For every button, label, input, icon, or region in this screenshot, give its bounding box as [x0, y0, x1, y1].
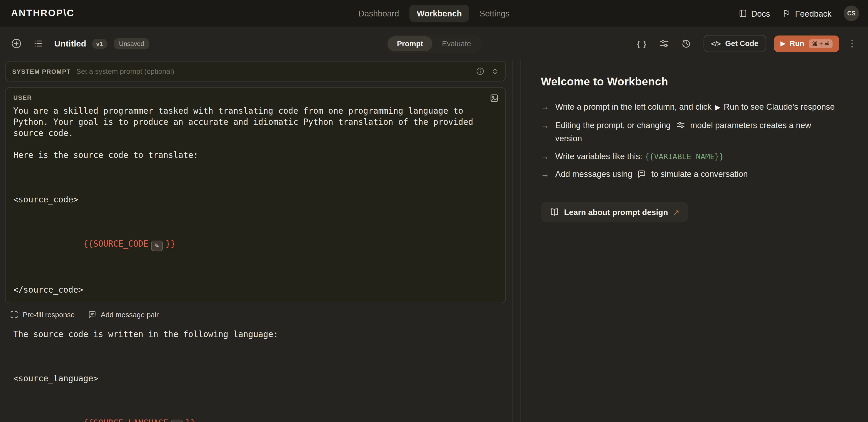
prompt-language-line: The source code is written in the follow…: [13, 329, 483, 340]
prompt-evaluate-toggle: Prompt Evaluate: [386, 34, 482, 53]
system-prompt-icons: [476, 67, 499, 75]
get-code-button[interactable]: </> Get Code: [704, 35, 766, 52]
play-icon: ▶: [715, 103, 720, 111]
arrow-icon: →: [541, 168, 555, 181]
code-icon: </>: [711, 40, 721, 48]
model-settings-button[interactable]: [655, 34, 674, 53]
welcome-item4-post: to simulate a conversation: [651, 169, 748, 178]
run-shortcut-chip: ⌘ + ⏎: [809, 39, 833, 48]
system-prompt-field[interactable]: SYSTEM PROMPT Set a system prompt (optio…: [5, 61, 506, 81]
nav-workbench[interactable]: Workbench: [409, 5, 469, 22]
source-language-open-tag: <source_language>: [13, 373, 483, 384]
workbench-toolbar: Untitled v1 Unsaved Prompt Evaluate { }: [0, 27, 868, 60]
welcome-item1-post: Run to see Claude's response: [724, 102, 835, 111]
run-button[interactable]: ▶ Run ⌘ + ⏎: [774, 35, 839, 52]
column-gutter: [513, 60, 521, 422]
welcome-item-text: Write a prompt in the left column, and c…: [555, 100, 835, 114]
welcome-item4-pre: Add messages using: [555, 169, 632, 178]
welcome-item-run: → Write a prompt in the left column, and…: [541, 100, 868, 114]
source-code-variable: {{SOURCE_CODE: [83, 239, 148, 249]
arrow-icon: →: [541, 118, 555, 145]
edit-source-language-variable-button[interactable]: ✎: [171, 420, 183, 422]
prompt-intro-paragraph: You are a skilled programmer tasked with…: [13, 105, 483, 139]
prompt-title[interactable]: Untitled: [54, 38, 86, 48]
kebab-icon: ⋮: [847, 38, 857, 49]
welcome-item-text: Write variables like this: {{VARIABLE_NA…: [555, 149, 835, 163]
nav-dashboard[interactable]: Dashboard: [351, 5, 406, 22]
history-button[interactable]: [677, 34, 696, 53]
welcome-list: → Write a prompt in the left column, and…: [541, 100, 868, 181]
list-icon: [33, 38, 44, 49]
feedback-link[interactable]: Feedback: [782, 8, 831, 18]
welcome-item-text: Add messages using to simulate a convers…: [555, 168, 835, 181]
docs-link[interactable]: Docs: [738, 8, 770, 18]
user-avatar[interactable]: CS: [843, 5, 859, 21]
add-image-icon[interactable]: [490, 94, 499, 103]
user-message-text: You are a skilled programmer tasked with…: [13, 105, 483, 422]
feedback-label: Feedback: [795, 8, 832, 18]
main-nav: Dashboard Workbench Settings: [351, 5, 517, 22]
arrow-icon: →: [541, 100, 555, 114]
play-icon: ▶: [780, 40, 785, 47]
docs-icon: [738, 9, 747, 18]
learn-prompt-design-button[interactable]: Learn about prompt design ↗: [541, 202, 688, 222]
get-code-label: Get Code: [725, 39, 758, 48]
welcome-item-versions: → Editing the prompt, or changing model …: [541, 118, 868, 145]
source-language-block: <source_language> {{SOURCE_LANGUAGE✎}} <…: [13, 351, 483, 422]
history-icon: [681, 38, 692, 49]
top-bar: ANTHROP\C Dashboard Workbench Settings D…: [0, 0, 868, 27]
source-language-variable-line: {{SOURCE_LANGUAGE✎}}: [13, 406, 483, 422]
docs-label: Docs: [751, 8, 770, 18]
edit-source-code-variable-button[interactable]: ✎: [151, 241, 163, 251]
workbench-app: ANTHROP\C Dashboard Workbench Settings D…: [0, 0, 868, 422]
prompt-column: SYSTEM PROMPT Set a system prompt (optio…: [0, 60, 513, 422]
topbar-right: Docs Feedback CS: [738, 5, 859, 21]
variables-button[interactable]: { }: [632, 34, 651, 53]
welcome-title: Welcome to Workbench: [541, 75, 868, 88]
message-pair-icon: [638, 170, 646, 178]
source-code-open-tag: <source_code>: [13, 194, 483, 205]
plus-circle-icon: [11, 38, 22, 49]
more-options-button[interactable]: ⋮: [842, 34, 862, 53]
source-code-variable-line: {{SOURCE_CODE✎}}: [13, 227, 483, 262]
variable-close-braces: }}: [185, 418, 195, 422]
new-prompt-button[interactable]: [6, 34, 26, 53]
book-icon: [550, 207, 559, 217]
welcome-item-text: Editing the prompt, or changing model pa…: [555, 118, 835, 145]
welcome-item-messages: → Add messages using to simulate a conve…: [541, 168, 868, 181]
arrow-icon: →: [541, 149, 555, 163]
version-badge[interactable]: v1: [92, 38, 107, 48]
learn-label: Learn about prompt design: [564, 208, 668, 217]
arrow-up-right-icon: ↗: [673, 208, 680, 217]
tab-evaluate[interactable]: Evaluate: [433, 36, 480, 51]
tab-prompt[interactable]: Prompt: [388, 36, 433, 51]
welcome-item-variables: → Write variables like this: {{VARIABLE_…: [541, 149, 868, 163]
user-role-label: USER: [13, 94, 498, 101]
toolbar-right: { } </> Get Code ▶ Run ⌘ + ⏎: [632, 34, 862, 53]
system-prompt-label: SYSTEM PROMPT: [12, 68, 71, 75]
toolbar-left: Untitled v1 Unsaved: [6, 34, 149, 53]
system-prompt-placeholder: Set a system prompt (optional): [76, 67, 476, 75]
source-code-close-tag: </source_code>: [13, 284, 483, 296]
sliders-icon: [659, 38, 670, 49]
nav-settings[interactable]: Settings: [472, 5, 517, 22]
source-code-block: <source_code> {{SOURCE_CODE✎}} </source_…: [13, 172, 483, 318]
source-language-variable: {{SOURCE_LANGUAGE: [83, 418, 168, 422]
prompt-here-line: Here is the source code to translate:: [13, 149, 483, 161]
variable-example: {{VARIABLE_NAME}}: [645, 152, 724, 161]
welcome-panel: Welcome to Workbench → Write a prompt in…: [521, 60, 868, 422]
info-icon[interactable]: [476, 67, 485, 75]
run-label: Run: [790, 39, 804, 48]
sliders-icon: [676, 120, 685, 130]
pencil-icon: ✎: [154, 243, 159, 249]
anthropic-logo: ANTHROP\C: [11, 8, 74, 19]
prompt-list-button[interactable]: [29, 34, 48, 53]
feedback-icon: [782, 9, 791, 18]
welcome-item2-pre: Editing the prompt, or changing: [555, 120, 671, 130]
welcome-item3-pre: Write variables like this:: [555, 151, 642, 161]
welcome-item1-pre: Write a prompt in the left column, and c…: [555, 102, 711, 111]
main-area: SYSTEM PROMPT Set a system prompt (optio…: [0, 60, 868, 422]
expand-collapse-icon[interactable]: [491, 67, 499, 75]
braces-icon: { }: [637, 39, 647, 48]
user-message-box[interactable]: USER You are a skilled programmer tasked…: [5, 87, 506, 303]
